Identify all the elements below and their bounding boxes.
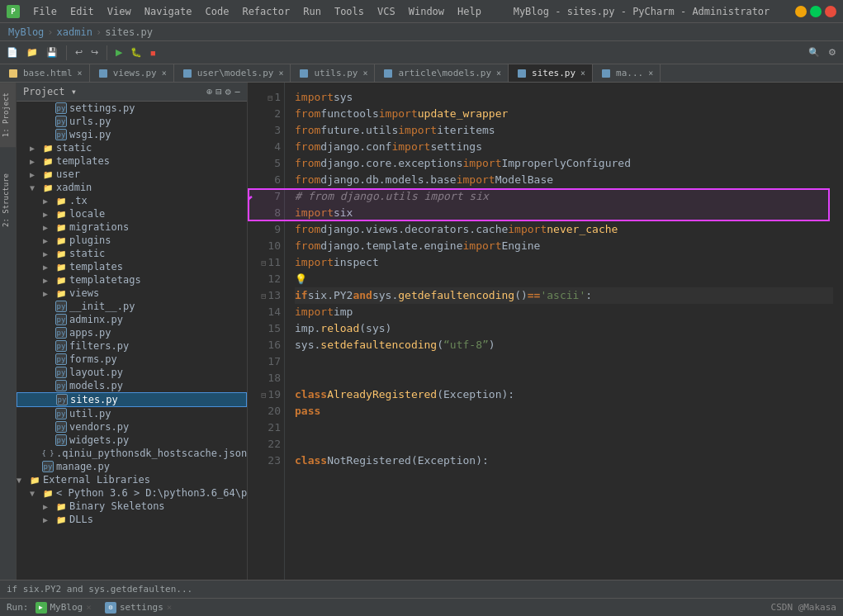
tree-item-xadmin[interactable]: ▼📁xadmin xyxy=(17,181,247,194)
tree-item-tx[interactable]: ▶📁.tx xyxy=(17,194,247,207)
menu-help[interactable]: Help xyxy=(451,4,488,19)
tree-item-views[interactable]: ▶📁views xyxy=(17,287,247,300)
tab-utils[interactable]: utils.py × xyxy=(291,64,375,82)
breadcrumb-sites[interactable]: sites.py xyxy=(105,26,153,38)
tab-close-articlemodels[interactable]: × xyxy=(496,69,501,78)
tab-close-sites[interactable]: × xyxy=(580,69,585,78)
tab-close-usermodels[interactable]: × xyxy=(278,69,283,78)
tree-item-plugins[interactable]: ▶📁plugins xyxy=(17,234,247,247)
project-collapse-btn[interactable]: ⊟ xyxy=(215,86,221,97)
code-area[interactable]: ⊟12345678910⊟1112⊟131415161718⊟192021222… xyxy=(248,83,843,580)
tree-item-vendors[interactable]: pyvendors.py xyxy=(17,420,247,434)
tree-item-util[interactable]: pyutil.py xyxy=(17,407,247,420)
folder-collapse-arrow: ▶ xyxy=(43,515,53,524)
project-add-btn[interactable]: ⊕ xyxy=(206,86,212,97)
menu-refactor[interactable]: Refactor xyxy=(235,4,296,19)
tab-ma[interactable]: ma... × xyxy=(593,64,661,82)
toolbar-redo-btn[interactable]: ↪ xyxy=(88,45,102,59)
toolbar-save-btn[interactable]: 💾 xyxy=(43,45,61,59)
vtab-project[interactable]: 1: Project xyxy=(0,83,16,147)
tree-label: widgets.py xyxy=(69,434,129,446)
tree-item-forms[interactable]: pyforms.py xyxy=(17,353,247,366)
code-line-14: import imp xyxy=(295,304,833,320)
menu-vcs[interactable]: VCS xyxy=(371,4,402,19)
tree-item-templatetags[interactable]: ▶📁templatetags xyxy=(17,273,247,287)
tree-item-filters[interactable]: pyfilters.py xyxy=(17,339,247,353)
tab-base-html[interactable]: base.html × xyxy=(0,64,90,82)
toolbar-stop-btn[interactable]: ■ xyxy=(147,46,159,59)
tree-item-templates[interactable]: ▶📁templates xyxy=(17,154,247,168)
tree-item-dlls[interactable]: ▶📁DLLs xyxy=(17,513,247,526)
tree-item-locale[interactable]: ▶📁locale xyxy=(17,207,247,220)
folder-icon: 📁 xyxy=(42,142,54,154)
toolbar-settings-btn[interactable]: ⚙ xyxy=(825,45,840,59)
toolbar-new-btn[interactable]: 📄 xyxy=(3,45,21,59)
tab-close-views[interactable]: × xyxy=(162,69,167,78)
tree-label: Binary Skeletons xyxy=(69,500,165,512)
menu-navigate[interactable]: Navigate xyxy=(138,4,199,19)
tree-item-adminx[interactable]: pyadminx.py xyxy=(17,313,247,326)
menu-edit[interactable]: Edit xyxy=(64,4,101,19)
maximize-button[interactable] xyxy=(810,6,822,17)
tree-item-sites[interactable]: pysites.py xyxy=(17,392,247,407)
toolbar-search-btn[interactable]: 🔍 xyxy=(805,45,823,59)
menu-tools[interactable]: Tools xyxy=(328,4,371,19)
tree-item-layout[interactable]: pylayout.py xyxy=(17,366,247,379)
tree-item-templates2[interactable]: ▶📁templates xyxy=(17,260,247,273)
tab-close-base[interactable]: × xyxy=(78,69,83,78)
tab-close-utils[interactable]: × xyxy=(362,69,367,78)
project-gear-icon[interactable]: ⚙ xyxy=(225,86,231,97)
project-close-icon[interactable]: − xyxy=(234,86,240,97)
tab-sites-py[interactable]: sites.py × xyxy=(509,64,593,82)
tree-item-binary[interactable]: ▶📁Binary Skeletons xyxy=(17,500,247,513)
code-line-20: pass xyxy=(295,403,833,419)
tree-item-apps[interactable]: pyapps.py xyxy=(17,326,247,339)
code-line-19: class AlreadyRegistered(Exception): xyxy=(295,386,833,403)
menu-file[interactable]: File xyxy=(26,4,64,19)
tree-item-wsgi[interactable]: pywsgi.py xyxy=(17,128,247,141)
tab-articlemodels[interactable]: article\models.py × xyxy=(375,64,509,82)
toolbar-open-btn[interactable]: 📁 xyxy=(23,45,41,59)
minimize-button[interactable] xyxy=(795,6,807,17)
settings-run-label[interactable]: settings xyxy=(120,602,163,613)
tree-item-static2[interactable]: ▶📁static xyxy=(17,247,247,260)
tree-item-settings[interactable]: pysettings.py xyxy=(17,102,247,115)
line-number-23: 23 xyxy=(251,453,281,469)
project-tree[interactable]: pysettings.py pyurls.py pywsgi.py▶📁stati… xyxy=(17,102,247,580)
menu-view[interactable]: View xyxy=(101,4,138,19)
folder-collapse-arrow: ▶ xyxy=(43,502,53,511)
code-line-10: from django.template.engine import Engin… xyxy=(295,238,833,254)
vtab-structure[interactable]: 2: Structure xyxy=(0,163,16,237)
myblog-run-label[interactable]: MyBlog xyxy=(50,602,83,613)
code-token: ( xyxy=(437,386,443,403)
tree-item-external[interactable]: ▼📁External Libraries xyxy=(17,473,247,486)
tab-views-py[interactable]: views.py × xyxy=(90,64,174,82)
close-button[interactable] xyxy=(825,6,836,17)
breadcrumb-xadmin[interactable]: xadmin xyxy=(57,26,92,38)
tree-item-python36[interactable]: ▼📁< Python 3.6 > D:\python3.6_64\python.… xyxy=(17,486,247,500)
menu-window[interactable]: Window xyxy=(402,4,451,19)
tree-item-static[interactable]: ▶📁static xyxy=(17,141,247,154)
toolbar-debug-btn[interactable]: 🐛 xyxy=(127,45,145,59)
menu-run[interactable]: Run xyxy=(296,4,328,19)
line-number-9: 9 xyxy=(251,221,281,238)
code-content[interactable]: import sysfrom functools import update_w… xyxy=(285,83,843,580)
tree-item-models[interactable]: pymodels.py xyxy=(17,379,247,392)
breadcrumb-myblog[interactable]: MyBlog xyxy=(8,26,44,38)
tree-item-urls[interactable]: pyurls.py xyxy=(17,115,247,128)
tree-item-migrations[interactable]: ▶📁migrations xyxy=(17,220,247,234)
import-keyword: from xyxy=(295,139,320,155)
tree-item-manage[interactable]: pymanage.py xyxy=(17,460,247,473)
tab-usermodels[interactable]: user\models.py × xyxy=(174,64,291,82)
tree-label: urls.py xyxy=(69,116,111,127)
toolbar-run-btn[interactable]: ▶ xyxy=(112,45,126,59)
menu-code[interactable]: Code xyxy=(199,4,236,19)
tree-item-widgets[interactable]: pywidgets.py xyxy=(17,434,247,447)
toolbar-undo-btn[interactable]: ↩ xyxy=(72,45,86,59)
tab-close-ma[interactable]: × xyxy=(648,69,653,78)
toolbar: 📄 📁 💾 ↩ ↪ ▶ 🐛 ■ 🔍 ⚙ xyxy=(0,41,843,64)
code-token: ) xyxy=(489,337,495,353)
tree-item-init[interactable]: py__init__.py xyxy=(17,300,247,313)
tree-item-user[interactable]: ▶📁user xyxy=(17,168,247,181)
tree-item-qiniu[interactable]: { }.qiniu_pythonsdk_hostscache.json xyxy=(17,447,247,460)
